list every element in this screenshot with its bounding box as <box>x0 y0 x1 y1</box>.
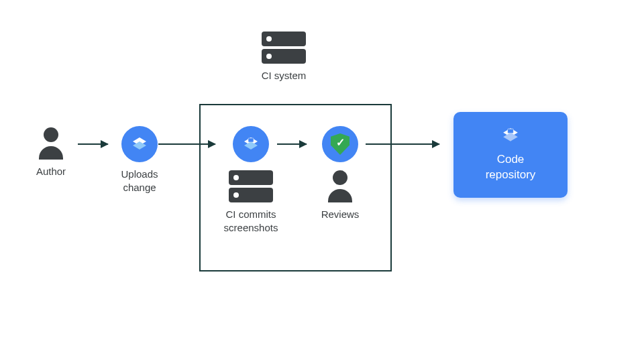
svg-rect-1 <box>508 129 514 133</box>
server-icon <box>229 170 273 202</box>
reviews-node: ✓ Reviews <box>310 126 370 221</box>
svg-rect-0 <box>248 138 254 142</box>
server-icon <box>262 32 306 64</box>
ci-system-node: CI system <box>254 32 314 82</box>
arrow-uploads-ci <box>158 143 215 145</box>
stack-badge-icon <box>121 126 158 162</box>
uploads-change-node: Uploads change <box>111 126 168 194</box>
person-icon <box>39 127 63 160</box>
checkmark-icon: ✓ <box>336 137 345 148</box>
arrow-ci-reviews <box>277 143 307 145</box>
stack-icon <box>474 127 547 144</box>
reviews-label: Reviews <box>310 208 370 221</box>
author-node: Author <box>28 127 74 178</box>
author-label: Author <box>28 165 74 178</box>
ci-commits-node: CI commits screenshots <box>214 126 288 234</box>
ci-commits-label: CI commits screenshots <box>214 208 288 234</box>
arrow-reviews-repo <box>366 143 439 145</box>
person-icon <box>328 170 352 202</box>
arrow-author-uploads <box>78 143 108 145</box>
uploads-change-label: Uploads change <box>111 168 168 194</box>
code-repository-card: Code repository <box>453 112 568 198</box>
shield-badge-icon: ✓ <box>322 126 358 162</box>
stack-badge-icon <box>233 126 269 162</box>
code-repository-label: Code repository <box>474 152 547 183</box>
ci-system-label: CI system <box>254 69 314 82</box>
